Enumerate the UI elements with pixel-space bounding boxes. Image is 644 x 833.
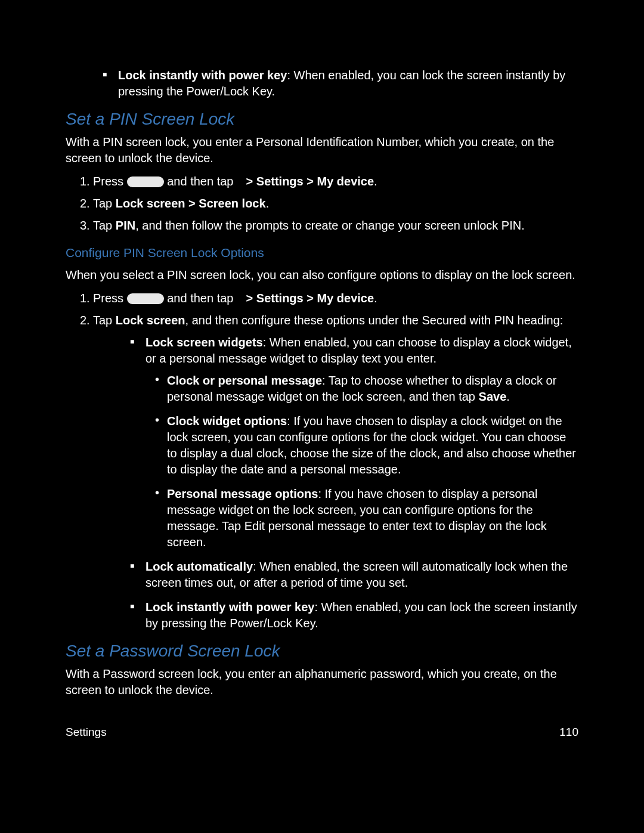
bold-term: PIN <box>116 219 135 232</box>
bold-term: Lock instantly with power key <box>118 69 287 82</box>
ordered-steps: Press and then tap > Settings > My devic… <box>66 174 578 234</box>
body-text: . <box>374 175 377 188</box>
bold-term: Save <box>479 390 507 403</box>
bold-term: Lock automatically <box>145 560 253 573</box>
body-text: With a PIN screen lock, you enter a Pers… <box>66 134 578 166</box>
step-item: Press and then tap > Settings > My devic… <box>66 174 578 190</box>
body-text: When you select a PIN screen lock, you c… <box>66 267 578 283</box>
page-footer: Settings 110 <box>66 724 578 740</box>
list-item: Lock instantly with power key: When enab… <box>93 599 578 631</box>
bold-term: Lock screen <box>116 314 185 327</box>
body-text: Press <box>93 175 127 188</box>
section-heading-pin: Set a PIN Screen Lock <box>66 108 578 131</box>
body-text: . <box>266 197 270 210</box>
document-page: Lock instantly with power key: When enab… <box>0 0 644 833</box>
list-item: Lock screen widgets: When enabled, you c… <box>93 335 578 550</box>
bold-term: Lock screen widgets <box>145 336 263 349</box>
page-number: 110 <box>559 724 578 740</box>
footer-section-name: Settings <box>66 724 107 740</box>
step-item: Tap Lock screen > Screen lock. <box>66 196 578 212</box>
body-text: With a Password screen lock, you enter a… <box>66 666 578 698</box>
body-text: . <box>374 292 377 305</box>
list-item: Lock automatically: When enabled, the sc… <box>93 559 578 591</box>
bold-term: Lock instantly with power key <box>145 600 314 614</box>
body-text: , and then follow the prompts to create … <box>135 219 525 232</box>
bold-term: > Settings > My device <box>243 175 374 188</box>
step-item: Tap Lock screen, and then configure thes… <box>66 312 578 631</box>
body-text: Tap <box>93 197 116 210</box>
body-text: Press <box>93 292 127 305</box>
body-text: Tap <box>93 314 116 327</box>
bold-term: Personal message options <box>167 487 318 500</box>
body-text: , and then configure these options under… <box>185 314 564 327</box>
bold-term: > Settings > My device <box>243 292 374 305</box>
bold-term: Lock screen > Screen lock <box>116 197 266 210</box>
body-text: Tap <box>93 219 116 232</box>
ordered-steps: Press and then tap > Settings > My devic… <box>66 290 578 631</box>
body-text: and then tap <box>164 292 237 305</box>
subsection-heading-configure: Configure PIN Screen Lock Options <box>66 244 578 261</box>
list-item: Lock instantly with power key: When enab… <box>66 67 578 100</box>
body-text: and then tap <box>164 175 237 188</box>
step-item: Tap PIN, and then follow the prompts to … <box>66 218 578 234</box>
home-key-icon <box>127 176 164 187</box>
bold-term: Clock widget options <box>167 414 287 428</box>
body-text: . <box>506 390 510 403</box>
section-heading-password: Set a Password Screen Lock <box>66 640 578 662</box>
step-item: Press and then tap > Settings > My devic… <box>66 290 578 306</box>
apps-icon <box>237 179 243 185</box>
bold-term: Clock or personal message <box>167 374 322 387</box>
apps-icon <box>237 296 243 302</box>
home-key-icon <box>127 293 164 304</box>
